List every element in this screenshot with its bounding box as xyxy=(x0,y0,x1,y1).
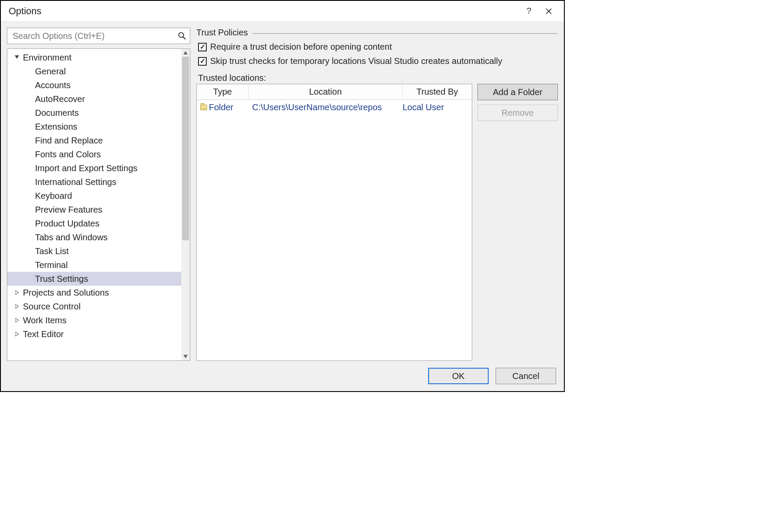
cell-type: Folder xyxy=(209,102,234,112)
tree-label: Product Updates xyxy=(35,219,99,229)
tree-label: Work Items xyxy=(23,315,67,325)
tree-label: Tabs and Windows xyxy=(35,233,108,242)
chevron-right-icon xyxy=(13,304,20,309)
svg-point-0 xyxy=(179,33,184,38)
chevron-down-icon xyxy=(13,55,20,60)
svg-marker-3 xyxy=(15,290,19,295)
tree-node-environment[interactable]: Environment xyxy=(7,51,181,64)
cancel-button[interactable]: Cancel xyxy=(496,368,556,384)
close-button[interactable] xyxy=(539,1,559,21)
dialog-footer: OK Cancel xyxy=(1,361,564,391)
checkbox-require-trust-decision[interactable]: Require a trust decision before opening … xyxy=(198,42,558,52)
add-folder-button[interactable]: Add a Folder xyxy=(477,84,558,100)
trusted-locations-grid[interactable]: Type Location Trusted By Folder C:\Users… xyxy=(196,84,472,361)
grid-header: Type Location Trusted By xyxy=(197,84,472,100)
col-header-location[interactable]: Location xyxy=(249,84,403,99)
checkbox-icon xyxy=(198,57,207,66)
close-icon xyxy=(546,8,552,14)
search-input[interactable] xyxy=(12,31,178,41)
chevron-right-icon xyxy=(13,318,20,322)
tree-node-accounts[interactable]: Accounts xyxy=(7,78,181,92)
ok-button[interactable]: OK xyxy=(428,368,489,384)
svg-marker-5 xyxy=(15,318,19,322)
tree-node-text-editor[interactable]: Text Editor xyxy=(7,327,181,341)
tree-label: Preview Features xyxy=(35,205,102,215)
options-tree[interactable]: Environment General Accounts AutoRecover… xyxy=(7,49,181,360)
tree-label: General xyxy=(35,67,66,76)
folder-icon xyxy=(200,105,207,110)
tree-label: Accounts xyxy=(35,80,70,90)
tree-label: Terminal xyxy=(35,260,68,270)
svg-marker-8 xyxy=(183,355,188,358)
grid-row[interactable]: Folder C:\Users\UserName\source\repos Lo… xyxy=(197,100,472,115)
divider xyxy=(252,33,558,34)
svg-line-1 xyxy=(183,37,186,40)
tree-node-task-list[interactable]: Task List xyxy=(7,244,181,258)
tree-label: Source Control xyxy=(23,302,80,312)
checkbox-label: Skip trust checks for temporary location… xyxy=(210,56,503,66)
svg-marker-4 xyxy=(15,304,19,309)
tree-node-keyboard[interactable]: Keyboard xyxy=(7,189,181,203)
scroll-thumb[interactable] xyxy=(182,57,189,240)
tree-label: Keyboard xyxy=(35,191,72,201)
scroll-down-icon[interactable] xyxy=(181,353,190,360)
tree-label: Projects and Solutions xyxy=(23,288,109,298)
chevron-right-icon xyxy=(13,290,20,295)
svg-marker-6 xyxy=(15,332,19,336)
tree-label: Extensions xyxy=(35,122,77,132)
tree-node-documents[interactable]: Documents xyxy=(7,106,181,120)
tree-label: Find and Replace xyxy=(35,136,103,146)
trusted-locations-label: Trusted locations: xyxy=(198,73,558,83)
chevron-right-icon xyxy=(13,332,20,336)
search-icon xyxy=(178,32,186,40)
tree-scrollbar[interactable] xyxy=(181,49,190,360)
col-header-type[interactable]: Type xyxy=(197,84,249,99)
tree-node-trust-settings[interactable]: Trust Settings xyxy=(7,272,181,286)
tree-label: Import and Export Settings xyxy=(35,163,138,173)
tree-node-import-export-settings[interactable]: Import and Export Settings xyxy=(7,161,181,175)
tree-node-international-settings[interactable]: International Settings xyxy=(7,175,181,189)
tree-label: AutoRecover xyxy=(35,94,85,104)
col-header-trusted-by[interactable]: Trusted By xyxy=(403,84,472,99)
tree-label: Documents xyxy=(35,108,79,118)
svg-marker-2 xyxy=(15,55,19,59)
tree-node-general[interactable]: General xyxy=(7,64,181,78)
checkbox-label: Require a trust decision before opening … xyxy=(210,42,392,52)
tree-node-projects-and-solutions[interactable]: Projects and Solutions xyxy=(7,286,181,299)
svg-marker-7 xyxy=(183,51,188,54)
cell-trusted-by: Local User xyxy=(403,102,468,112)
tree-node-autorecover[interactable]: AutoRecover xyxy=(7,92,181,106)
options-dialog: Options ? Environment xyxy=(0,0,565,392)
tree-node-source-control[interactable]: Source Control xyxy=(7,299,181,313)
search-options[interactable] xyxy=(7,28,190,44)
tree-node-fonts-and-colors[interactable]: Fonts and Colors xyxy=(7,147,181,161)
tree-label: Text Editor xyxy=(23,329,64,339)
cell-location: C:\Users\UserName\source\repos xyxy=(249,102,403,112)
tree-node-product-updates[interactable]: Product Updates xyxy=(7,217,181,230)
tree-label: Trust Settings xyxy=(35,274,88,284)
checkbox-skip-temp-trust-checks[interactable]: Skip trust checks for temporary location… xyxy=(198,56,558,66)
tree-node-work-items[interactable]: Work Items xyxy=(7,313,181,327)
group-title: Trust Policies xyxy=(196,28,248,38)
tree-node-extensions[interactable]: Extensions xyxy=(7,120,181,134)
help-button[interactable]: ? xyxy=(519,1,539,21)
tree-label: International Settings xyxy=(35,177,116,187)
tree-label: Task List xyxy=(35,246,69,256)
tree-node-preview-features[interactable]: Preview Features xyxy=(7,203,181,217)
scroll-track[interactable] xyxy=(181,57,190,353)
tree-label: Fonts and Colors xyxy=(35,150,101,159)
checkbox-icon xyxy=(198,43,207,51)
tree-node-find-and-replace[interactable]: Find and Replace xyxy=(7,134,181,147)
scroll-up-icon[interactable] xyxy=(181,49,190,57)
group-header-trust-policies: Trust Policies xyxy=(196,28,558,38)
tree-node-tabs-and-windows[interactable]: Tabs and Windows xyxy=(7,230,181,244)
remove-button: Remove xyxy=(477,105,558,121)
titlebar: Options ? xyxy=(1,1,564,22)
tree-label: Environment xyxy=(23,53,71,63)
window-title: Options xyxy=(9,6,42,17)
tree-node-terminal[interactable]: Terminal xyxy=(7,258,181,272)
